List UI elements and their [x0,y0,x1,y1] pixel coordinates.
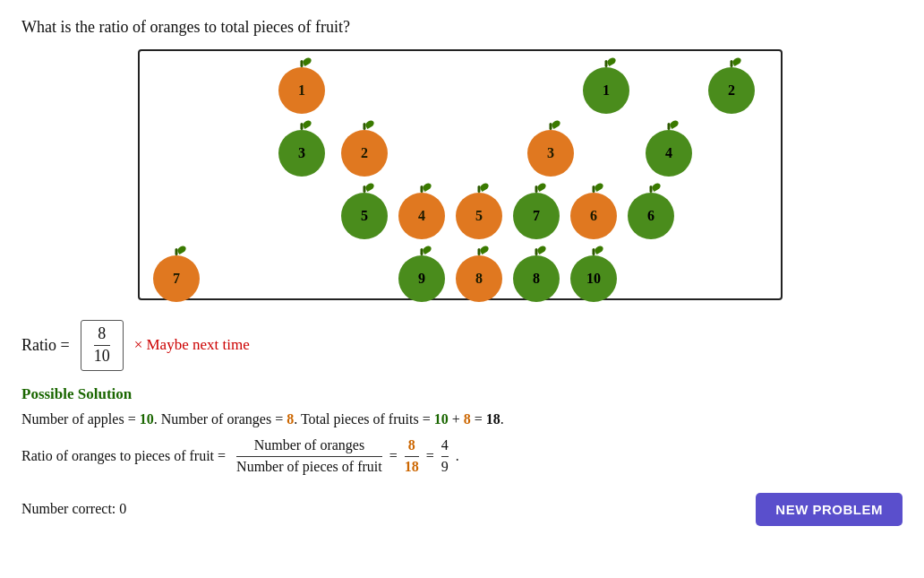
eq1-num: 8 [408,436,415,455]
ratio-numerator: 8 [98,324,106,344]
green-fruit-6: 6 [628,193,674,239]
green-fruit-8: 8 [513,255,560,302]
ratio-denominator: 10 [94,347,110,367]
ratio-label: Ratio = [21,336,70,355]
solution-title: Possible Solution [21,385,903,403]
orange-fruit-1: 1 [278,67,325,114]
solution-fraction-words: Number of oranges Number of pieces of fr… [236,436,382,477]
orange-fruit-8: 8 [456,255,502,302]
ratio-row: Ratio = 8 10 × Maybe next time [21,320,903,371]
green-fruit-3: 3 [278,130,325,177]
fruit-display-box: 1234567812345678910 [138,49,783,300]
num-correct-label: Number correct: 0 [21,501,126,517]
line1-apples: 10 [140,411,154,427]
period: . [456,448,459,464]
green-fruit-9: 9 [398,255,445,302]
ratio-fraction: 8 10 [81,320,124,371]
green-fruit-4: 4 [646,130,692,177]
green-fruit-2: 2 [708,67,755,114]
green-fruit-5: 5 [341,193,388,239]
line1-total: 18 [486,411,500,427]
eq-equals2: = [426,448,434,464]
frac-bot: Number of pieces of fruit [236,458,382,477]
orange-fruit-5: 5 [456,193,502,239]
line1-oranges: 8 [287,411,294,427]
solution-fraction-nums: 8 18 [405,436,419,477]
line1-total-a: 10 [434,411,449,427]
green-fruit-1: 1 [583,67,629,114]
green-fruit-10: 10 [570,255,617,302]
solution-line1: Number of apples = 10. Number of oranges… [21,407,903,431]
orange-fruit-6: 6 [570,193,617,239]
solution-fraction-reduced: 4 9 [441,436,449,477]
orange-fruit-2: 2 [341,130,388,177]
orange-fruit-4: 4 [398,193,445,239]
solution-line2: Ratio of oranges to pieces of fruit = Nu… [21,436,903,477]
line1-plus: + [449,411,464,427]
eq2-num: 4 [441,436,449,455]
line1-mid: . Number of oranges = [154,411,287,427]
line1-suf: . Total pieces of fruits = [294,411,433,427]
feedback-text: × Maybe next time [134,336,250,354]
fraction-line [94,345,110,347]
bottom-row: Number correct: 0 NEW PROBLEM [21,493,903,526]
question-text: What is the ratio of oranges to total pi… [21,18,903,37]
line1-pre: Number of apples = [21,411,140,427]
eq1-den: 18 [405,458,419,477]
frac-top: Number of oranges [254,436,365,455]
line2-pre: Ratio of oranges to pieces of fruit = [21,448,229,464]
orange-fruit-7: 7 [153,255,200,302]
frac-line4 [441,456,449,458]
orange-fruit-3: 3 [527,130,574,177]
new-problem-button[interactable]: NEW PROBLEM [756,493,903,526]
green-fruit-7: 7 [513,193,560,239]
line1-equals: = [471,411,486,427]
possible-solution-section: Possible Solution Number of apples = 10.… [21,385,903,477]
eq2-den: 9 [441,458,449,477]
line1-total-b: 8 [464,411,471,427]
eq-equals1: = [389,448,398,464]
frac-line3 [405,456,419,458]
frac-line2 [236,456,382,458]
